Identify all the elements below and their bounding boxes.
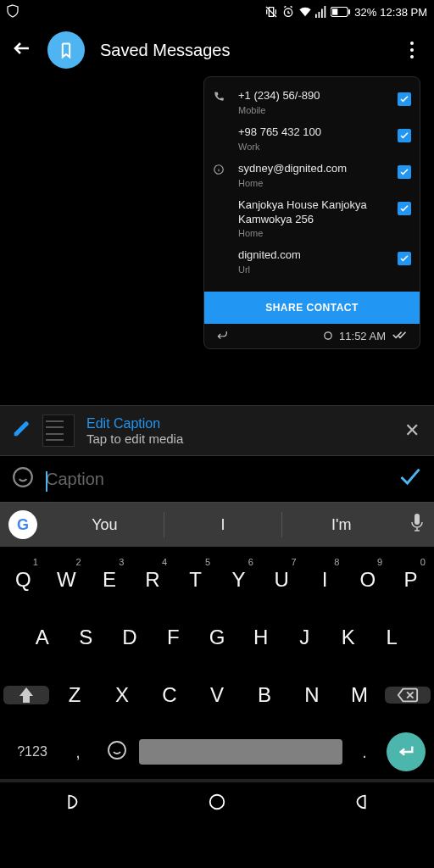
- key-g[interactable]: G: [197, 615, 237, 660]
- emoji-key[interactable]: [100, 740, 134, 764]
- suggestion[interactable]: You: [46, 516, 164, 534]
- key-l[interactable]: L: [371, 615, 412, 660]
- svg-point-13: [210, 795, 225, 810]
- checkbox[interactable]: [398, 129, 411, 142]
- suggestion-bar: G You I I'm: [0, 503, 434, 547]
- suggestion[interactable]: I'm: [282, 516, 400, 534]
- key-u[interactable]: U7: [262, 557, 302, 603]
- caption-input-row: Caption: [0, 455, 434, 502]
- key-n[interactable]: N: [290, 672, 334, 718]
- media-thumbnail[interactable]: [42, 415, 75, 447]
- key-p[interactable]: P0: [391, 557, 431, 603]
- caption-input[interactable]: Caption: [46, 470, 387, 489]
- key-y[interactable]: Y6: [219, 557, 259, 603]
- key-b[interactable]: B: [242, 672, 287, 718]
- google-icon[interactable]: G: [8, 510, 37, 539]
- phone-icon: [213, 89, 228, 105]
- message-area: +1 (234) 56/-890 Mobile +98 765 432 100 …: [0, 76, 434, 405]
- contact-value: dignited.com: [238, 248, 387, 263]
- nav-back-button[interactable]: [63, 793, 81, 815]
- message-time: 11:52 AM: [339, 330, 386, 342]
- contact-value: +1 (234) 56/-890: [238, 89, 387, 103]
- share-contact-button[interactable]: SHARE CONTACT: [204, 292, 420, 324]
- emoji-button[interactable]: [12, 466, 34, 492]
- svg-rect-4: [325, 6, 326, 18]
- app-header: Saved Messages: [0, 24, 434, 76]
- key-a[interactable]: A: [22, 615, 63, 660]
- backspace-key[interactable]: [385, 687, 431, 704]
- checkbox[interactable]: [398, 165, 411, 179]
- svg-rect-7: [349, 9, 351, 14]
- status-bar: 32% 12:38 PM: [0, 0, 434, 24]
- close-button[interactable]: ✕: [402, 420, 422, 442]
- mic-button[interactable]: [400, 514, 434, 536]
- svg-rect-1: [315, 14, 317, 18]
- contact-card-message[interactable]: +1 (234) 56/-890 Mobile +98 765 432 100 …: [203, 76, 420, 349]
- key-f[interactable]: F: [153, 615, 194, 660]
- key-d[interactable]: D: [109, 615, 150, 660]
- alarm-icon: [281, 5, 295, 19]
- svg-point-9: [325, 332, 331, 339]
- enter-key[interactable]: [387, 732, 426, 771]
- key-s[interactable]: S: [66, 615, 107, 660]
- page-title: Saved Messages: [100, 41, 387, 60]
- svg-point-12: [108, 742, 125, 759]
- key-h[interactable]: H: [241, 615, 281, 660]
- key-v[interactable]: V: [195, 672, 239, 718]
- edit-caption-subtitle: Tap to edit media: [86, 431, 390, 446]
- signal-icon: [315, 6, 327, 18]
- key-i[interactable]: I8: [305, 557, 345, 603]
- contact-value: +98 765 432 100: [238, 125, 387, 140]
- nav-home-button[interactable]: [208, 793, 226, 815]
- message-footer: 11:52 AM: [213, 324, 411, 348]
- nav-recent-button[interactable]: [353, 793, 371, 815]
- checkbox[interactable]: [398, 202, 411, 215]
- key-t[interactable]: T5: [175, 557, 215, 603]
- contact-row-phone-work: +98 765 432 100 Work: [213, 120, 411, 157]
- key-q[interactable]: Q1: [3, 557, 43, 603]
- contact-row-email: sydney@dignited.com Home: [213, 157, 411, 193]
- back-button[interactable]: [12, 38, 32, 62]
- contact-label: Mobile: [238, 105, 387, 115]
- key-r[interactable]: R4: [132, 557, 172, 603]
- period-key[interactable]: .: [348, 743, 381, 762]
- checkbox[interactable]: [398, 92, 411, 106]
- status-circle-icon: [324, 330, 332, 342]
- info-icon: [213, 162, 228, 178]
- key-z[interactable]: Z: [53, 672, 97, 718]
- contact-label: Home: [238, 178, 387, 188]
- contact-label: Work: [238, 142, 387, 152]
- comma-key[interactable]: ,: [61, 743, 95, 762]
- svg-rect-6: [332, 8, 337, 14]
- keyboard: G You I I'm Q1W2E3R4T5Y6U7I8O9P0 ASDFGHJ…: [0, 502, 434, 782]
- space-key[interactable]: [139, 739, 342, 765]
- edit-caption-title: Edit Caption: [86, 416, 390, 431]
- reply-icon: [216, 329, 228, 343]
- key-w[interactable]: W2: [47, 557, 86, 603]
- key-m[interactable]: M: [337, 672, 381, 718]
- wifi-icon: [298, 6, 312, 18]
- key-j[interactable]: J: [284, 615, 325, 660]
- navigation-bar: [0, 782, 434, 825]
- symbols-key[interactable]: ?123: [8, 744, 56, 760]
- svg-rect-11: [415, 514, 420, 525]
- checkbox[interactable]: [398, 252, 411, 265]
- more-menu-button[interactable]: [402, 42, 422, 58]
- key-o[interactable]: O9: [348, 557, 387, 603]
- contact-label: Home: [238, 228, 387, 238]
- confirm-button[interactable]: [398, 467, 422, 491]
- key-c[interactable]: C: [147, 672, 192, 718]
- key-x[interactable]: X: [100, 672, 144, 718]
- contact-value: Kanjokya House Kanjokya Kamwokya 256: [238, 198, 387, 227]
- pencil-icon[interactable]: [12, 420, 31, 442]
- svg-rect-2: [319, 12, 320, 18]
- battery-icon: [331, 7, 351, 17]
- key-e[interactable]: E3: [90, 557, 130, 603]
- contact-row-phone-mobile: +1 (234) 56/-890 Mobile: [213, 84, 411, 120]
- suggestion[interactable]: I: [164, 516, 282, 534]
- contact-row-address: Kanjokya House Kanjokya Kamwokya 256 Hom…: [213, 193, 411, 244]
- clock-time: 12:38 PM: [380, 6, 427, 19]
- key-k[interactable]: K: [328, 615, 369, 660]
- shift-key[interactable]: [3, 686, 49, 704]
- avatar[interactable]: [47, 31, 85, 69]
